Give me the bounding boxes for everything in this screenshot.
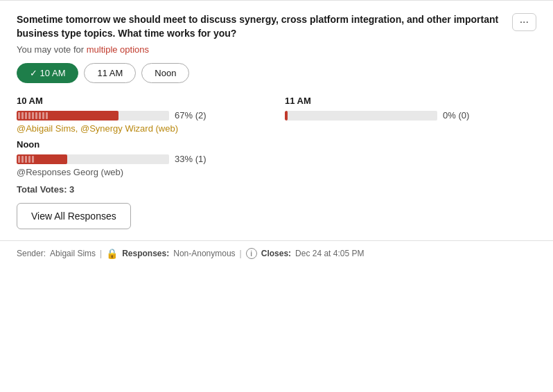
result-11am-bar-row: 0% (0) — [285, 110, 536, 121]
stripe — [25, 156, 27, 163]
result-10am-respondents: @Abigail Sims, @Synergy Wizard (web) — [17, 123, 268, 134]
result-noon-bar-fill — [17, 154, 67, 164]
stripe — [32, 156, 34, 163]
lock-icon: 🔒 — [106, 248, 118, 259]
question-text: Sometime tomorrow we should meet to disc… — [17, 13, 512, 40]
separator-1: | — [100, 249, 102, 258]
stripe — [39, 112, 41, 119]
stripe — [28, 156, 30, 163]
poll-card: Sometime tomorrow we should meet to disc… — [0, 0, 553, 240]
sender-name: Abigail Sims — [50, 249, 96, 258]
result-noon-respondents: @Responses Georg (web) — [17, 167, 536, 177]
result-10am-percent: 67% (2) — [175, 110, 207, 121]
result-10am-bar-track — [17, 111, 169, 121]
result-11am-bar-fill — [285, 111, 288, 121]
footer: Sender: Abigail Sims | 🔒 Responses: Non-… — [0, 240, 553, 266]
multiple-options-link[interactable]: multiple options — [87, 44, 149, 55]
result-11am-bar-track — [285, 111, 437, 121]
stripe — [32, 112, 34, 119]
more-options-button[interactable]: ··· — [512, 13, 536, 31]
options-row: ✓ 10 AM 11 AM Noon — [17, 63, 536, 83]
result-noon-bar-row: 33% (1) — [17, 154, 536, 164]
results-grid: 10 AM 67% (2) @ — [17, 96, 536, 134]
question-row: Sometime tomorrow we should meet to disc… — [17, 13, 536, 40]
stripe — [25, 112, 27, 119]
view-all-responses-button[interactable]: View All Responses — [17, 203, 131, 229]
result-10am-bar-row: 67% (2) — [17, 110, 268, 121]
stripe — [35, 112, 37, 119]
total-votes: Total Votes: 3 — [17, 184, 536, 195]
stripe — [28, 112, 30, 119]
result-11am-label: 11 AM — [285, 96, 536, 106]
vote-hint: You may vote for multiple options — [17, 44, 536, 55]
stripe — [18, 112, 20, 119]
stripe — [21, 112, 24, 119]
stripe — [18, 156, 20, 163]
stripe — [42, 112, 44, 119]
result-noon-bar-track — [17, 154, 169, 164]
option-10am-button[interactable]: ✓ 10 AM — [17, 63, 78, 83]
result-noon-percent: 33% (1) — [175, 154, 207, 164]
result-11am: 11 AM 0% (0) — [285, 96, 536, 134]
responses-value: Non-Anonymous — [173, 249, 235, 258]
sender-prefix: Sender: — [17, 249, 46, 258]
info-icon: i — [246, 248, 257, 259]
responses-label: Responses: — [122, 249, 169, 258]
stripe — [21, 156, 24, 163]
option-noon-button[interactable]: Noon — [141, 63, 189, 83]
result-noon: Noon 33% (1) @Responses Georg (web) — [17, 139, 536, 177]
option-11am-button[interactable]: 11 AM — [84, 63, 136, 83]
closes-label: Closes: — [261, 249, 291, 258]
stripe — [46, 112, 48, 119]
result-10am: 10 AM 67% (2) @ — [17, 96, 268, 134]
result-11am-percent: 0% (0) — [443, 110, 469, 121]
closes-value: Dec 24 at 4:05 PM — [295, 249, 364, 258]
result-noon-label: Noon — [17, 139, 536, 150]
separator-2: | — [240, 249, 242, 258]
result-10am-label: 10 AM — [17, 96, 268, 106]
result-10am-bar-fill — [17, 111, 119, 121]
